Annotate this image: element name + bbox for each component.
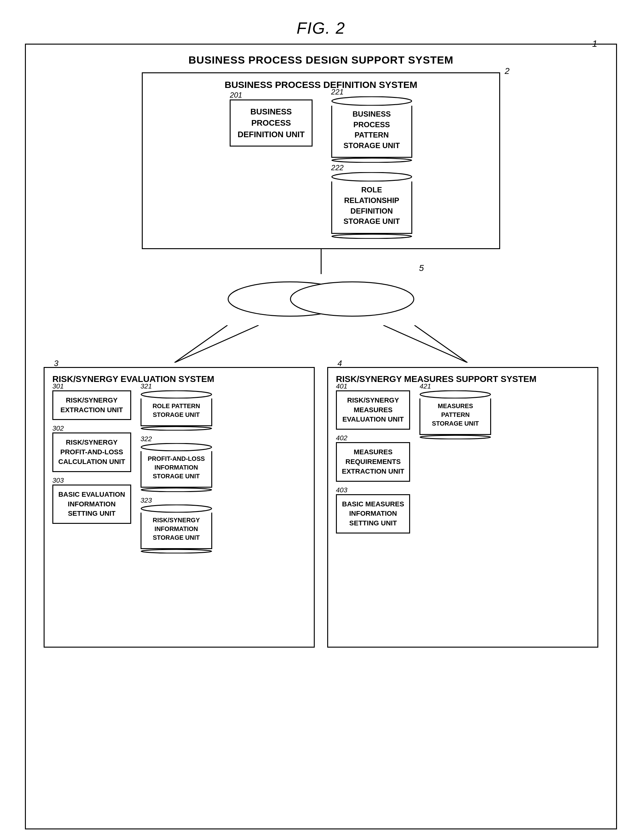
ref-402: 402 bbox=[336, 434, 348, 442]
unit-222-text: ROLE RELATIONSHIPDEFINITIONSTORAGE UNIT bbox=[343, 186, 400, 225]
connector-svg bbox=[40, 325, 601, 363]
unit-322-text: PROFIT-AND-LOSSINFORMATIONSTORAGE UNIT bbox=[148, 455, 205, 480]
unit-221-text: BUSINESS PROCESSPATTERNSTORAGE UNIT bbox=[343, 110, 400, 150]
cyl-top-221 bbox=[331, 96, 412, 106]
ref-301: 301 bbox=[52, 382, 64, 390]
rsmss-rect-col: 401 RISK/SYNERGYMEASURESEVALUATION UNIT … bbox=[336, 390, 410, 533]
unit-221-container: 221 BUSINESS PROCESSPATTERNSTORAGE UNIT bbox=[331, 96, 412, 163]
rses-label: RISK/SYNERGY EVALUATION SYSTEM bbox=[52, 374, 306, 384]
svg-line-8 bbox=[383, 325, 467, 363]
unit-201: BUSINESSPROCESSDEFINITION UNIT bbox=[230, 100, 312, 147]
bpds-box: BUSINESS PROCESS DEFINITION SYSTEM 201 B… bbox=[142, 72, 500, 249]
unit-401: RISK/SYNERGYMEASURESEVALUATION UNIT bbox=[336, 390, 410, 430]
svg-point-10 bbox=[141, 391, 212, 398]
rsmss-box: 4 RISK/SYNERGY MEASURES SUPPORT SYSTEM 4… bbox=[327, 367, 598, 648]
outer-system-label: BUSINESS PROCESS DESIGN SUPPORT SYSTEM bbox=[35, 54, 607, 66]
svg-line-9 bbox=[414, 325, 467, 363]
cyl-top-222 bbox=[331, 172, 412, 181]
unit-403-container: 403 BASIC MEASURESINFORMATIONSETTING UNI… bbox=[336, 494, 410, 533]
unit-421-text: MEASURESPATTERNSTORAGE UNIT bbox=[432, 402, 479, 427]
unit-402-container: 402 MEASURESREQUIREMENTSEXTRACTION UNIT bbox=[336, 442, 410, 481]
svg-point-2 bbox=[332, 173, 412, 181]
unit-201-text: BUSINESSPROCESSDEFINITION UNIT bbox=[237, 107, 304, 139]
ref-5: 5 bbox=[419, 263, 424, 273]
unit-421-container: 421 MEASURESPATTERNSTORAGE UNIT bbox=[419, 390, 491, 439]
ref-403: 403 bbox=[336, 486, 348, 494]
svg-point-13 bbox=[141, 488, 212, 492]
fig-title: FIG. 2 bbox=[19, 19, 623, 37]
ref-302: 302 bbox=[52, 424, 64, 433]
ref-2: 2 bbox=[504, 66, 509, 76]
connector-lines bbox=[40, 325, 601, 364]
unit-322-container: 322 PROFIT-AND-LOSSINFORMATIONSTORAGE UN… bbox=[140, 443, 212, 492]
unit-321-text: ROLE PATTERNSTORAGE UNIT bbox=[152, 402, 200, 418]
unit-301: RISK/SYNERGYEXTRACTION UNIT bbox=[52, 390, 131, 420]
unit-303-container: 303 BASIC EVALUATIONINFORMATIONSETTING U… bbox=[52, 485, 131, 524]
unit-321: ROLE PATTERNSTORAGE UNIT bbox=[140, 390, 212, 431]
ref-4: 4 bbox=[338, 359, 342, 368]
svg-point-5 bbox=[290, 282, 414, 316]
cyl-bottom-221 bbox=[331, 158, 412, 163]
unit-322: PROFIT-AND-LOSSINFORMATIONSTORAGE UNIT bbox=[140, 443, 212, 492]
bottom-systems: 3 RISK/SYNERGY EVALUATION SYSTEM 301 RIS… bbox=[35, 367, 607, 648]
bpds-inner: 201 BUSINESSPROCESSDEFINITION UNIT 221 bbox=[152, 96, 490, 239]
line-bpds-to-network bbox=[320, 249, 322, 274]
svg-point-14 bbox=[141, 505, 212, 512]
svg-point-11 bbox=[141, 426, 212, 430]
unit-323-text: RISK/SYNERGYINFORMATIONSTORAGE UNIT bbox=[153, 517, 200, 541]
unit-221: BUSINESS PROCESSPATTERNSTORAGE UNIT bbox=[331, 96, 412, 163]
unit-222-body: ROLE RELATIONSHIPDEFINITIONSTORAGE UNIT bbox=[331, 181, 412, 234]
rses-cyl-col: 321 ROLE PATTERNSTORAGE UNIT 322 bbox=[140, 390, 212, 554]
unit-302: RISK/SYNERGYPROFIT-AND-LOSSCALCULATION U… bbox=[52, 433, 131, 472]
svg-point-12 bbox=[141, 443, 212, 451]
unit-421: MEASURESPATTERNSTORAGE UNIT bbox=[419, 390, 491, 439]
svg-line-7 bbox=[174, 325, 259, 363]
rses-box: 3 RISK/SYNERGY EVALUATION SYSTEM 301 RIS… bbox=[43, 367, 315, 648]
unit-222: ROLE RELATIONSHIPDEFINITIONSTORAGE UNIT bbox=[331, 172, 412, 239]
ref-323: 323 bbox=[140, 496, 152, 504]
unit-221-body: BUSINESS PROCESSPATTERNSTORAGE UNIT bbox=[331, 106, 412, 158]
unit-401-container: 401 RISK/SYNERGYMEASURESEVALUATION UNIT bbox=[336, 390, 410, 430]
ref-321: 321 bbox=[140, 382, 152, 390]
ref-1: 1 bbox=[592, 38, 598, 49]
unit-402: MEASURESREQUIREMENTSEXTRACTION UNIT bbox=[336, 442, 410, 481]
unit-303: BASIC EVALUATIONINFORMATIONSETTING UNIT bbox=[52, 485, 131, 524]
ref-221: 221 bbox=[331, 87, 344, 96]
rses-inner: 301 RISK/SYNERGYEXTRACTION UNIT 302 RISK… bbox=[52, 390, 306, 554]
unit-302-container: 302 RISK/SYNERGYPROFIT-AND-LOSSCALCULATI… bbox=[52, 433, 131, 472]
svg-point-17 bbox=[420, 435, 491, 439]
svg-point-0 bbox=[332, 97, 412, 105]
unit-323-container: 323 RISK/SYNERGYINFORMATIONSTORAGE UNIT bbox=[140, 504, 212, 554]
network-area: 5 bbox=[227, 274, 414, 325]
cyl-bottom-222 bbox=[331, 234, 412, 239]
rsmss-cyl-col: 421 MEASURESPATTERNSTORAGE UNIT bbox=[419, 390, 491, 439]
ref-201: 201 bbox=[230, 91, 242, 100]
ref-401: 401 bbox=[336, 382, 348, 390]
unit-222-container: 222 ROLE RELATIONSHIPDEFINITIONSTORAGE U… bbox=[331, 172, 412, 239]
svg-line-6 bbox=[174, 325, 227, 363]
svg-point-16 bbox=[420, 391, 491, 398]
rses-rect-col: 301 RISK/SYNERGYEXTRACTION UNIT 302 RISK… bbox=[52, 390, 131, 524]
bpds-label: BUSINESS PROCESS DEFINITION SYSTEM bbox=[152, 79, 490, 90]
ref-222: 222 bbox=[331, 163, 344, 172]
unit-323: RISK/SYNERGYINFORMATIONSTORAGE UNIT bbox=[140, 504, 212, 554]
outer-box: 1 BUSINESS PROCESS DESIGN SUPPORT SYSTEM… bbox=[25, 44, 617, 829]
svg-point-15 bbox=[141, 549, 212, 553]
page: FIG. 2 1 BUSINESS PROCESS DESIGN SUPPORT… bbox=[13, 13, 630, 836]
unit-403: BASIC MEASURESINFORMATIONSETTING UNIT bbox=[336, 494, 410, 533]
unit-321-container: 321 ROLE PATTERNSTORAGE UNIT bbox=[140, 390, 212, 431]
rsmss-inner: 401 RISK/SYNERGYMEASURESEVALUATION UNIT … bbox=[336, 390, 589, 533]
svg-point-1 bbox=[332, 158, 412, 162]
ref-3: 3 bbox=[54, 359, 58, 368]
ref-322: 322 bbox=[140, 435, 152, 443]
ref-303: 303 bbox=[52, 477, 64, 485]
network-shape bbox=[227, 274, 414, 324]
rsmss-label: RISK/SYNERGY MEASURES SUPPORT SYSTEM bbox=[336, 374, 589, 384]
unit-301-container: 301 RISK/SYNERGYEXTRACTION UNIT bbox=[52, 390, 131, 420]
svg-point-3 bbox=[332, 234, 412, 239]
ref-421: 421 bbox=[419, 382, 431, 390]
